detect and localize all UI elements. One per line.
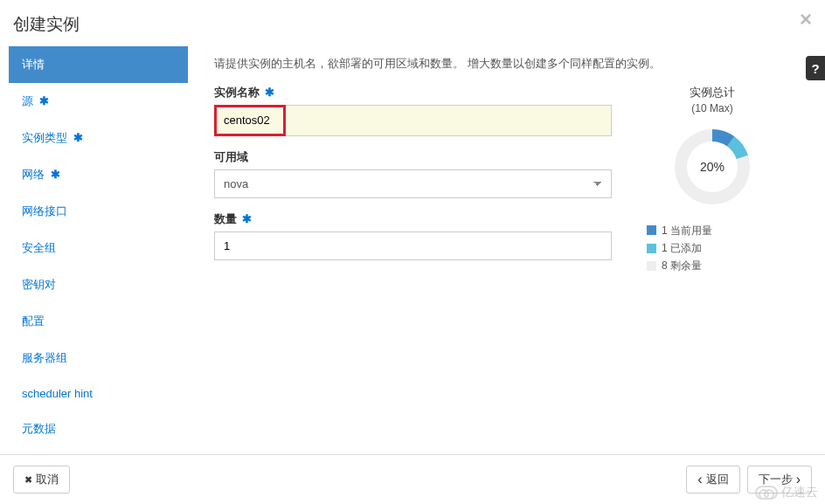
- sidebar-item-source[interactable]: 源 ✱: [9, 83, 188, 120]
- sidebar-item-label: 网络: [22, 168, 45, 181]
- swatch-icon: [647, 261, 656, 271]
- sidebar-item-label: 详情: [22, 58, 45, 71]
- total-max: (10 Max): [647, 102, 778, 114]
- sidebar-item-keypair[interactable]: 密钥对: [9, 266, 188, 303]
- sidebar-item-label: 密钥对: [22, 278, 56, 291]
- required-icon: ✱: [39, 94, 49, 107]
- zone-select[interactable]: nova: [214, 169, 612, 198]
- sidebar-item-network[interactable]: 网络 ✱: [9, 156, 188, 193]
- watermark-logo-icon: [755, 486, 778, 500]
- sidebar-item-label: 配置: [22, 314, 45, 328]
- sidebar-item-config[interactable]: 配置: [9, 303, 188, 340]
- sidebar-item-label: scheduler hint: [22, 387, 93, 400]
- sidebar-item-scheduler[interactable]: scheduler hint: [9, 376, 188, 411]
- watermark: 亿速云: [755, 485, 818, 501]
- instance-name-field-wrap: [214, 105, 612, 136]
- modal-title: 创建实例: [13, 13, 812, 36]
- quota-donut-chart: 20%: [673, 128, 752, 206]
- cancel-button[interactable]: ✖ 取消: [13, 466, 70, 494]
- sidebar-item-label: 安全组: [22, 241, 56, 254]
- close-icon[interactable]: ×: [800, 9, 812, 30]
- sidebar-item-security[interactable]: 安全组: [9, 230, 188, 266]
- legend-remaining: 8 剩余量: [647, 257, 778, 274]
- required-icon: ✱: [51, 168, 60, 181]
- required-icon: ✱: [73, 131, 83, 144]
- zone-label: 可用域: [214, 149, 612, 165]
- legend-added: 1 已添加: [647, 239, 778, 257]
- sidebar-item-ports[interactable]: 网络接口: [9, 193, 188, 230]
- required-icon: ✱: [242, 212, 252, 225]
- form-description: 请提供实例的主机名，欲部署的可用区域和数量。 增大数量以创建多个同样配置的实例。: [214, 55, 808, 72]
- quota-legend: 1 当前用量 1 已添加 8 剩余量: [647, 222, 778, 275]
- instance-name-label: 实例名称 ✱: [214, 85, 612, 100]
- count-label: 数量 ✱: [214, 211, 612, 227]
- instance-name-input[interactable]: [224, 114, 276, 127]
- total-title: 实例总计: [647, 85, 778, 100]
- required-icon: ✱: [265, 86, 274, 99]
- sidebar-item-flavor[interactable]: 实例类型 ✱: [9, 120, 188, 156]
- sidebar-item-label: 网络接口: [22, 204, 67, 217]
- sidebar-item-details[interactable]: 详情: [9, 46, 188, 83]
- count-input[interactable]: [214, 231, 612, 260]
- chevron-right-icon: ›: [796, 474, 801, 486]
- swatch-icon: [647, 225, 656, 235]
- swatch-icon: [647, 244, 656, 253]
- sidebar-item-label: 实例类型: [22, 131, 67, 144]
- sidebar-item-servergroup[interactable]: 服务器组: [9, 340, 188, 376]
- sidebar-item-metadata[interactable]: 元数据: [9, 411, 188, 447]
- x-icon: ✖: [24, 474, 32, 486]
- legend-current: 1 当前用量: [647, 222, 778, 239]
- form-panel: 请提供实例的主机名，欲部署的可用区域和数量。 增大数量以创建多个同样配置的实例。…: [188, 46, 825, 448]
- modal-footer: ✖ 取消 ‹ 返回 下一步 ›: [0, 454, 825, 504]
- sidebar-item-label: 元数据: [22, 422, 56, 435]
- back-button[interactable]: ‹ 返回: [686, 466, 739, 494]
- chevron-left-icon: ‹: [697, 474, 702, 486]
- donut-percent: 20%: [700, 160, 724, 174]
- wizard-sidebar: 详情 源 ✱ 实例类型 ✱ 网络 ✱ 网络接口 安全组 密钥对 配置 服务器组: [9, 46, 188, 448]
- sidebar-item-label: 源: [22, 94, 33, 107]
- sidebar-item-label: 服务器组: [22, 351, 67, 364]
- instance-name-highlight: [214, 105, 286, 136]
